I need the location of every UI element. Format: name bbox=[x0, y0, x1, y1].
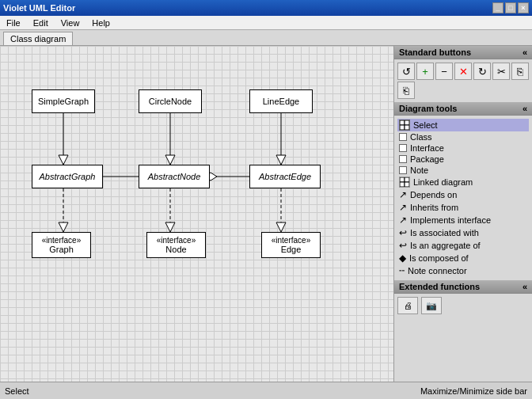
note-connector-icon: ╌ bbox=[399, 265, 405, 276]
copy-button[interactable]: ⎘ bbox=[511, 63, 529, 80]
canvas[interactable]: SimpleGraph CircleNode LineEdge Abstract… bbox=[0, 46, 393, 382]
close-button[interactable]: × bbox=[518, 2, 529, 13]
linked-icon bbox=[399, 177, 410, 188]
tool-implements[interactable]: ↗ Implements interface bbox=[397, 214, 529, 226]
minimize-button[interactable]: _ bbox=[492, 2, 504, 13]
collapse-ext-icon[interactable]: « bbox=[522, 282, 527, 291]
cut-button[interactable]: ✂ bbox=[492, 63, 510, 80]
svg-marker-1 bbox=[59, 155, 68, 165]
node-simple-graph[interactable]: SimpleGraph bbox=[32, 89, 95, 113]
tool-note-connector-label: Note connector bbox=[408, 266, 467, 276]
tool-implements-label: Implements interface bbox=[410, 215, 491, 225]
svg-marker-5 bbox=[276, 155, 286, 165]
associated-icon: ↩ bbox=[399, 227, 407, 238]
tool-package[interactable]: Package bbox=[397, 154, 529, 165]
tool-select[interactable]: Select bbox=[397, 119, 529, 131]
note-checkbox[interactable] bbox=[399, 166, 407, 174]
svg-rect-22 bbox=[400, 182, 405, 187]
standard-buttons-header: Standard buttons « bbox=[394, 46, 532, 59]
svg-rect-21 bbox=[405, 177, 409, 182]
standard-buttons-area: ↺ + − ✕ ↻ ✂ ⎘ ⎗ bbox=[394, 59, 532, 102]
svg-rect-23 bbox=[405, 182, 409, 187]
menu-file[interactable]: File bbox=[3, 17, 24, 28]
tool-package-label: Package bbox=[410, 154, 444, 164]
tool-depends-label: Depends on bbox=[410, 190, 457, 200]
title-bar: Violet UML Editor _ □ × bbox=[0, 0, 532, 16]
paste-button[interactable]: ⎗ bbox=[397, 82, 415, 99]
remove-button[interactable]: − bbox=[435, 63, 453, 80]
undo-button[interactable]: ↺ bbox=[397, 63, 415, 80]
composed-icon: ◆ bbox=[399, 253, 406, 264]
inherits-icon: ↗ bbox=[399, 202, 407, 213]
node-interface-graph[interactable]: «interface» Graph bbox=[32, 232, 91, 258]
collapse-std-icon[interactable]: « bbox=[522, 48, 527, 57]
implements-icon: ↗ bbox=[399, 215, 407, 226]
tab-class-diagram[interactable]: Class diagram bbox=[3, 32, 73, 45]
delete-button[interactable]: ✕ bbox=[454, 63, 472, 80]
svg-rect-18 bbox=[400, 125, 405, 130]
tool-class-label: Class bbox=[410, 132, 432, 142]
node-abstract-edge[interactable]: AbstractEdge bbox=[249, 165, 321, 188]
svg-marker-3 bbox=[165, 155, 175, 165]
tool-inherits[interactable]: ↗ Inherits from bbox=[397, 201, 529, 214]
tool-note-connector[interactable]: ╌ Note connector bbox=[397, 264, 529, 277]
tool-composed-label: Is composed of bbox=[409, 253, 469, 263]
node-line-edge[interactable]: LineEdge bbox=[249, 89, 313, 113]
class-checkbox[interactable] bbox=[399, 133, 407, 141]
tool-select-label: Select bbox=[413, 120, 438, 130]
package-checkbox[interactable] bbox=[399, 155, 407, 163]
tool-aggregate-label: Is an aggregate of bbox=[410, 241, 481, 250]
print-button[interactable]: 🖨 bbox=[397, 297, 418, 314]
depends-icon: ↗ bbox=[399, 189, 407, 200]
svg-marker-11 bbox=[276, 222, 286, 232]
select-icon bbox=[399, 120, 410, 131]
menu-bar: File Edit View Help bbox=[0, 16, 532, 30]
menu-view[interactable]: View bbox=[58, 17, 83, 28]
node-abstract-node[interactable]: AbstractNode bbox=[139, 165, 210, 188]
status-bar: Select Maximize/Minimize side bar bbox=[0, 382, 532, 399]
svg-rect-17 bbox=[405, 120, 409, 125]
maximize-button[interactable]: □ bbox=[505, 2, 516, 13]
tool-associated-label: Is associated with bbox=[410, 228, 479, 238]
aggregate-icon: ↩ bbox=[399, 240, 407, 251]
tool-note[interactable]: Note bbox=[397, 165, 529, 176]
main-area: SimpleGraph CircleNode LineEdge Abstract… bbox=[0, 46, 532, 382]
tool-linked-label: Linked diagram bbox=[413, 177, 473, 187]
node-interface-edge[interactable]: «interface» Edge bbox=[261, 232, 321, 258]
redo-button[interactable]: ↻ bbox=[473, 63, 491, 80]
tool-linked[interactable]: Linked diagram bbox=[397, 176, 529, 188]
collapse-tools-icon[interactable]: « bbox=[522, 104, 527, 113]
svg-rect-20 bbox=[400, 177, 405, 182]
svg-marker-9 bbox=[165, 222, 175, 232]
extended-buttons-area: 🖨 📷 bbox=[394, 294, 532, 317]
title-bar-controls: _ □ × bbox=[492, 2, 529, 13]
node-interface-node[interactable]: «interface» Node bbox=[146, 232, 206, 258]
tool-depends[interactable]: ↗ Depends on bbox=[397, 188, 529, 201]
status-right: Maximize/Minimize side bar bbox=[420, 386, 527, 396]
tool-interface[interactable]: Interface bbox=[397, 142, 529, 154]
node-circle-node[interactable]: CircleNode bbox=[139, 89, 202, 113]
tool-inherits-label: Inherits from bbox=[410, 203, 458, 212]
svg-marker-7 bbox=[59, 222, 68, 232]
tool-class[interactable]: Class bbox=[397, 131, 529, 142]
tool-aggregate[interactable]: ↩ Is an aggregate of bbox=[397, 239, 529, 252]
svg-rect-19 bbox=[405, 125, 409, 130]
tool-interface-label: Interface bbox=[410, 143, 444, 153]
add-button[interactable]: + bbox=[416, 63, 434, 80]
status-left: Select bbox=[5, 386, 29, 396]
export-button[interactable]: 📷 bbox=[421, 297, 442, 314]
diagram-tools-header: Diagram tools « bbox=[394, 102, 532, 116]
tab-bar: Class diagram bbox=[0, 30, 532, 46]
menu-edit[interactable]: Edit bbox=[30, 17, 51, 28]
svg-rect-16 bbox=[400, 120, 405, 125]
node-abstract-graph[interactable]: AbstractGraph bbox=[32, 165, 103, 188]
sidebar: Standard buttons « ↺ + − ✕ ↻ ✂ ⎘ ⎗ Diagr… bbox=[393, 46, 532, 382]
tool-composed[interactable]: ◆ Is composed of bbox=[397, 252, 529, 264]
tool-note-label: Note bbox=[410, 165, 428, 175]
title-text: Violet UML Editor bbox=[3, 3, 75, 13]
diagram-tools-content: Select Class Interface Package Note bbox=[394, 116, 532, 280]
tool-associated[interactable]: ↩ Is associated with bbox=[397, 226, 529, 239]
interface-checkbox[interactable] bbox=[399, 144, 407, 152]
menu-help[interactable]: Help bbox=[89, 17, 113, 28]
extended-functions-header: Extended functions « bbox=[394, 280, 532, 294]
